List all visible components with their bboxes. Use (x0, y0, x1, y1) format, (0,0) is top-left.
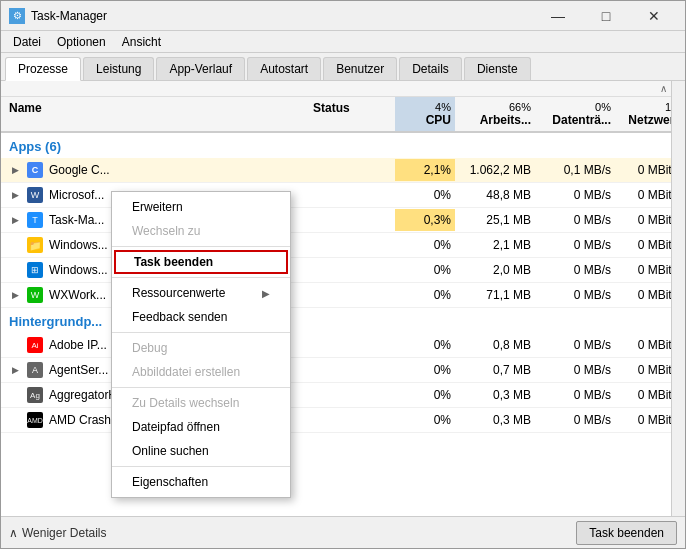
header-cpu: 4% CPU (395, 97, 455, 131)
row-mem: 0,3 MB (455, 384, 535, 406)
ctx-feedback[interactable]: Feedback senden (112, 305, 290, 329)
table-row[interactable]: ▶ 📁 Windows... 0% 2,1 MB 0 MB/s 0 MBit/s (1, 233, 685, 258)
minimize-button[interactable]: — (535, 1, 581, 31)
table-body: Apps (6) ▶ C Google C... 2,1% 1.062,2 MB… (1, 133, 685, 516)
tab-details[interactable]: Details (399, 57, 462, 80)
expand-icon[interactable]: ▶ (9, 364, 21, 376)
table-row[interactable]: ▶ W WXWork... 0% 71,1 MB 0 MB/s 0 MBit/s (1, 283, 685, 308)
table-row[interactable]: ▶ ⊞ Windows... 0% 2,0 MB 0 MB/s 0 MBit/s (1, 258, 685, 283)
context-menu: Erweitern Wechseln zu Task beenden Resso… (111, 191, 291, 498)
row-cpu: 0% (395, 409, 455, 431)
mem-percent: 66% (459, 101, 531, 113)
table-row[interactable]: ▶ C Google C... 2,1% 1.062,2 MB 0,1 MB/s… (1, 158, 685, 183)
tab-benutzer[interactable]: Benutzer (323, 57, 397, 80)
app-icon: 📁 (27, 237, 43, 253)
expand-icon[interactable]: ▶ (9, 214, 21, 226)
header-name[interactable]: Name (1, 97, 305, 131)
tab-autostart[interactable]: Autostart (247, 57, 321, 80)
ctx-dateipfad[interactable]: Dateipfad öffnen (112, 415, 290, 439)
row-status (305, 341, 395, 349)
app-icon: ⊞ (27, 262, 43, 278)
app-icon: W (27, 187, 43, 203)
row-mem: 0,3 MB (455, 409, 535, 431)
mem-label[interactable]: Arbeits... (459, 113, 531, 127)
row-status (305, 391, 395, 399)
row-status (305, 191, 395, 199)
cpu-label[interactable]: CPU (399, 113, 451, 127)
menu-ansicht[interactable]: Ansicht (114, 33, 169, 51)
row-cpu: 0% (395, 259, 455, 281)
ctx-zu-details: Zu Details wechseln (112, 391, 290, 415)
tab-dienste[interactable]: Dienste (464, 57, 531, 80)
ctx-abbilddatei: Abbilddatei erstellen (112, 360, 290, 384)
close-button[interactable]: ✕ (631, 1, 677, 31)
row-disk: 0 MB/s (535, 234, 615, 256)
row-mem: 71,1 MB (455, 284, 535, 306)
header-status[interactable]: Status (305, 97, 395, 131)
menu-datei[interactable]: Datei (5, 33, 49, 51)
row-cpu: 0% (395, 284, 455, 306)
table-row[interactable]: ▶ W Microsof... 0% 48,8 MB 0 MB/s 0 MBit… (1, 183, 685, 208)
table-row[interactable]: ▶ A AgentSer... 0% 0,7 MB 0 MB/s 0 MBit/… (1, 358, 685, 383)
disk-percent: 0% (539, 101, 611, 113)
app-name: Windows... (49, 238, 108, 252)
content-area: ∧ Name Status 4% CPU 66% Arbeits... 0% D… (1, 81, 685, 516)
row-mem: 25,1 MB (455, 209, 535, 231)
expand-icon[interactable]: ▶ (9, 189, 21, 201)
row-name: ▶ C Google C... (1, 158, 305, 182)
app-name: Google C... (49, 163, 110, 177)
table-row[interactable]: ▶ Ai Adobe IP... 0% 0,8 MB 0 MB/s 0 MBit… (1, 333, 685, 358)
app-icon: C (27, 162, 43, 178)
app-icon: T (27, 212, 43, 228)
ctx-online-suchen[interactable]: Online suchen (112, 439, 290, 463)
section-background: Hintergrundp... (1, 308, 685, 333)
less-details-text: Weniger Details (22, 526, 106, 540)
tab-app-verlauf[interactable]: App-Verlauf (156, 57, 245, 80)
app-name: Adobe IP... (49, 338, 107, 352)
disk-label[interactable]: Datenträ... (539, 113, 611, 127)
row-disk: 0 MB/s (535, 209, 615, 231)
row-mem: 0,7 MB (455, 359, 535, 381)
row-disk: 0 MB/s (535, 259, 615, 281)
ctx-separator-3 (112, 332, 290, 333)
row-cpu: 0% (395, 234, 455, 256)
row-mem: 48,8 MB (455, 184, 535, 206)
row-disk: 0 MB/s (535, 359, 615, 381)
ctx-erweitern[interactable]: Erweitern (112, 195, 290, 219)
app-icon: Ai (27, 337, 43, 353)
expand-icon[interactable]: ▶ (9, 289, 21, 301)
app-icon: Ag (27, 387, 43, 403)
table-header: Name Status 4% CPU 66% Arbeits... 0% Dat… (1, 97, 685, 133)
less-details-link[interactable]: ∧ Weniger Details (9, 526, 106, 540)
table-row[interactable]: ▶ T Task-Ma... 0,3% 25,1 MB 0 MB/s 0 MBi… (1, 208, 685, 233)
expand-icon[interactable]: ▶ (9, 164, 21, 176)
table-row[interactable]: ▶ AMD AMD Crash Defender Service... 0% 0… (1, 408, 685, 433)
row-cpu: 0% (395, 359, 455, 381)
tab-prozesse[interactable]: Prozesse (5, 57, 81, 81)
scrollbar[interactable] (671, 81, 685, 516)
ctx-separator-5 (112, 466, 290, 467)
ctx-ressourcenwerte[interactable]: Ressourcenwerte ▶ (112, 281, 290, 305)
bottom-bar: ∧ Weniger Details Task beenden (1, 516, 685, 548)
table-row[interactable]: ▶ Ag AggregatorHost 0% 0,3 MB 0 MB/s 0 M… (1, 383, 685, 408)
tab-leistung[interactable]: Leistung (83, 57, 154, 80)
row-status (305, 366, 395, 374)
row-disk: 0 MB/s (535, 184, 615, 206)
row-cpu: 2,1% (395, 159, 455, 181)
ctx-separator-4 (112, 387, 290, 388)
row-mem: 0,8 MB (455, 334, 535, 356)
app-icon: AMD (27, 412, 43, 428)
app-name: AgentSer... (49, 363, 108, 377)
row-status (305, 241, 395, 249)
ctx-eigenschaften[interactable]: Eigenschaften (112, 470, 290, 494)
maximize-button[interactable]: □ (583, 1, 629, 31)
menu-optionen[interactable]: Optionen (49, 33, 114, 51)
section-apps: Apps (6) (1, 133, 685, 158)
chevron-up-icon: ∧ (9, 526, 18, 540)
tab-bar: Prozesse Leistung App-Verlauf Autostart … (1, 53, 685, 81)
end-task-button[interactable]: Task beenden (576, 521, 677, 545)
row-status (305, 291, 395, 299)
row-cpu: 0,3% (395, 209, 455, 231)
sort-bar: ∧ (1, 81, 685, 97)
ctx-task-beenden[interactable]: Task beenden (114, 250, 288, 274)
